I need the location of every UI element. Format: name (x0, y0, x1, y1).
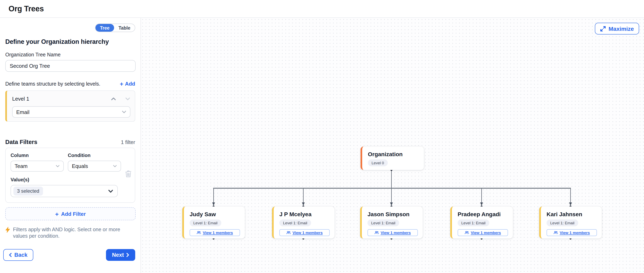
trash-icon (125, 170, 132, 178)
tree-name-label: Organization Tree Name (5, 52, 135, 58)
condition-select[interactable]: Equals (68, 161, 121, 172)
condition-label: Condition (68, 153, 121, 158)
members-icon (197, 231, 201, 235)
move-level-down-button[interactable] (125, 97, 130, 101)
data-filters-title: Data Filters (5, 139, 37, 145)
page-title: Org Trees (8, 4, 44, 13)
delete-filter-button[interactable] (125, 170, 132, 179)
filter-count: 1 filter (121, 139, 135, 145)
view-members-button[interactable]: View 1 members (546, 229, 597, 236)
view-members-button[interactable]: View 1 members (458, 229, 508, 236)
members-icon (374, 231, 379, 235)
chevron-right-icon (126, 253, 129, 257)
plus-icon: + (55, 211, 59, 217)
values-label: Value(s) (10, 177, 130, 183)
back-label: Back (14, 252, 28, 258)
next-button[interactable]: Next (106, 249, 135, 261)
move-level-up-button[interactable] (111, 97, 116, 101)
view-members-label: View 1 members (471, 230, 501, 235)
level-field-select[interactable]: Email (12, 106, 130, 118)
plus-icon: + (120, 81, 124, 87)
toggle-tree-button[interactable]: Tree (96, 24, 114, 32)
chevron-left-icon (9, 253, 12, 257)
node-title: Jason Simpson (368, 211, 418, 218)
root-node[interactable]: Organization Level 0 (360, 146, 424, 170)
node-level-badge: Level 1: Email (458, 220, 489, 226)
hierarchy-heading: Define your Organization hierarchy (5, 38, 135, 45)
view-members-button[interactable]: View 1 members (368, 229, 418, 236)
page-header: Org Trees (0, 0, 644, 18)
add-filter-label: Add Filter (61, 211, 86, 217)
node-title: Pradeep Angadi (458, 211, 508, 218)
view-members-button[interactable]: View 1 members (190, 229, 240, 236)
members-icon (554, 231, 558, 235)
levels-description: Define teams structure by selecting leve… (5, 81, 100, 87)
node-title: Kari Jahnsen (546, 211, 597, 218)
node-level-badge: Level 1: Email (368, 220, 399, 226)
child-node[interactable]: Pradeep Angadi Level 1: Email View 1 mem… (450, 207, 513, 239)
level-field-value: Email (16, 109, 30, 115)
child-node[interactable]: Jason Simpson Level 1: Email View 1 memb… (360, 207, 423, 239)
config-sidebar: Tree Table Define your Organization hier… (0, 18, 141, 273)
view-members-label: View 1 members (292, 230, 323, 235)
level-label: Level 1 (12, 96, 29, 102)
node-level-badge: Level 1: Email (546, 220, 578, 226)
node-level-badge: Level 1: Email (279, 220, 311, 226)
child-node[interactable]: J P Mcelyea Level 1: Email View 1 member… (272, 207, 334, 239)
chevron-down-icon (108, 189, 113, 193)
view-members-label: View 1 members (560, 230, 590, 235)
add-level-button[interactable]: + Add (120, 81, 135, 87)
chevron-down-icon (56, 165, 60, 168)
members-icon (465, 231, 469, 235)
maximize-label: Maximize (609, 25, 634, 32)
tree-table-toggle: Tree Table (95, 23, 135, 32)
column-label: Column (10, 153, 64, 158)
view-toggle: Tree Table (5, 23, 135, 32)
column-select[interactable]: Team (10, 161, 64, 172)
next-label: Next (112, 252, 124, 258)
view-members-label: View 1 members (381, 230, 411, 235)
maximize-button[interactable]: Maximize (595, 23, 639, 34)
expand-icon (600, 26, 606, 31)
lightning-icon (5, 227, 10, 233)
view-members-label: View 1 members (203, 230, 233, 235)
values-multiselect[interactable]: 3 selected (10, 185, 118, 197)
org-chart-canvas[interactable]: Maximize (141, 18, 644, 273)
node-title: Organization (368, 151, 419, 157)
node-level-badge: Level 0 (368, 159, 388, 166)
child-node[interactable]: Judy Saw Level 1: Email View 1 members (182, 207, 245, 239)
selected-count-chip: 3 selected (14, 187, 43, 196)
filters-note: Filters apply with AND logic. Select one… (5, 226, 132, 239)
filters-note-text: Filters apply with AND logic. Select one… (13, 226, 132, 239)
chevron-down-icon (122, 110, 126, 114)
filter-card: Column Team Condition Equals (5, 148, 135, 203)
column-value: Team (14, 163, 28, 169)
condition-value: Equals (72, 163, 88, 169)
child-node[interactable]: Kari Jahnsen Level 1: Email View 1 membe… (539, 207, 602, 239)
add-level-label: Add (125, 81, 135, 87)
node-title: J P Mcelyea (279, 211, 330, 218)
toggle-table-button[interactable]: Table (114, 24, 135, 32)
node-level-badge: Level 1: Email (190, 220, 221, 226)
chevron-down-icon (113, 165, 117, 168)
node-title: Judy Saw (190, 211, 240, 218)
view-members-button[interactable]: View 1 members (279, 229, 330, 236)
members-icon (286, 231, 291, 235)
tree-name-input[interactable] (5, 60, 136, 72)
add-filter-button[interactable]: + Add Filter (5, 207, 136, 220)
back-button[interactable]: Back (3, 249, 33, 261)
level-card: Level 1 Email (5, 90, 135, 122)
